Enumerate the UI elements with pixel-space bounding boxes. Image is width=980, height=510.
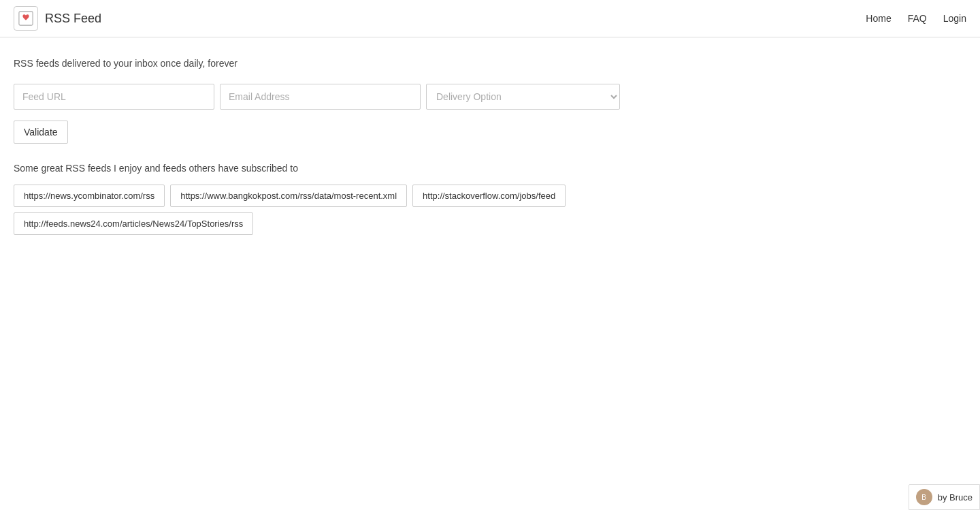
footer-attribution: B by Bruce bbox=[909, 484, 980, 510]
feeds-grid: https://news.ycombinator.com/rsshttps://… bbox=[14, 185, 966, 235]
attribution-text: by Bruce bbox=[938, 492, 973, 503]
nav-login[interactable]: Login bbox=[943, 13, 966, 24]
feeds-row-2: http://feeds.news24.com/articles/News24/… bbox=[14, 212, 966, 235]
feed-link[interactable]: https://www.bangkokpost.com/rss/data/mos… bbox=[170, 185, 407, 207]
tagline: RSS feeds delivered to your inbox once d… bbox=[14, 58, 966, 69]
app-logo-icon bbox=[14, 6, 38, 31]
feed-url-input[interactable] bbox=[14, 84, 214, 110]
nav-faq[interactable]: FAQ bbox=[908, 13, 927, 24]
delivery-option-select[interactable]: Delivery Option Daily Digest As it Happe… bbox=[426, 84, 620, 110]
feeds-row-1: https://news.ycombinator.com/rsshttps://… bbox=[14, 185, 966, 207]
app-title: RSS Feed bbox=[45, 12, 101, 26]
main-nav: Home FAQ Login bbox=[866, 13, 966, 24]
feeds-section: Some great RSS feeds I enjoy and feeds o… bbox=[14, 163, 966, 235]
avatar: B bbox=[916, 489, 932, 505]
feed-link[interactable]: http://feeds.news24.com/articles/News24/… bbox=[14, 212, 253, 235]
subscription-form: Delivery Option Daily Digest As it Happe… bbox=[14, 84, 966, 110]
feeds-section-label: Some great RSS feeds I enjoy and feeds o… bbox=[14, 163, 966, 174]
logo-area: RSS Feed bbox=[14, 6, 101, 31]
nav-home[interactable]: Home bbox=[866, 13, 891, 24]
feed-link[interactable]: http://stackoverflow.com/jobs/feed bbox=[412, 185, 566, 207]
validate-button[interactable]: Validate bbox=[14, 121, 68, 144]
email-address-input[interactable] bbox=[220, 84, 421, 110]
feed-link[interactable]: https://news.ycombinator.com/rss bbox=[14, 185, 165, 207]
